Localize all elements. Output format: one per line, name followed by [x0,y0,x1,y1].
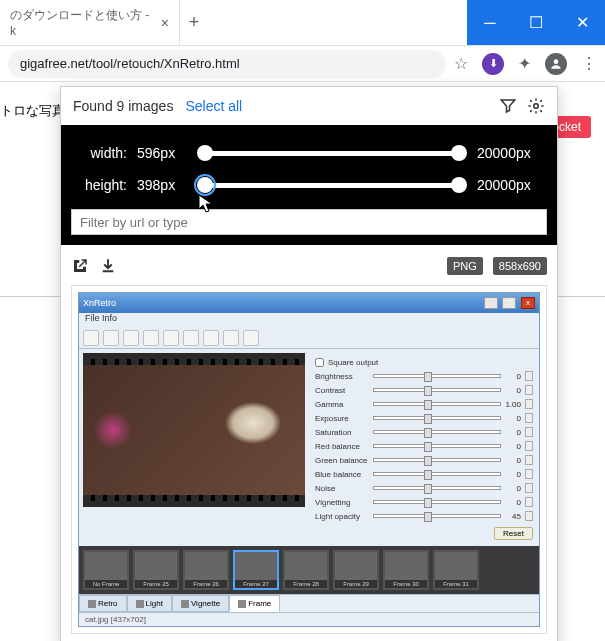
funnel-icon[interactable] [499,97,517,115]
image-downloader-popup: Found 9 images Select all width: 596px 2… [60,86,558,641]
minimize-button[interactable]: ─ [467,0,513,45]
tab-label: Vignette [191,599,220,608]
open-icon[interactable] [71,257,89,275]
menu-icon[interactable]: ⋮ [581,54,597,73]
new-tab-button[interactable]: + [180,0,208,45]
tab-title: のダウンロードと使い方 - k [10,7,153,38]
browser-titlebar: のダウンロードと使い方 - k × + ─ ☐ ✕ [0,0,605,46]
frame-label: Frame 25 [135,580,177,588]
width-filter-row: width: 596px 20000px [71,137,547,169]
property-label: Exposure [315,414,369,423]
stepper-icon [525,497,533,507]
property-slider [373,374,501,378]
filter-panel: width: 596px 20000px height: 398px 20000… [61,125,557,245]
tool-icon [143,330,159,346]
frame-thumbnail: Frame 27 [233,550,279,590]
frame-label: Frame 27 [235,580,277,588]
property-value: 0 [505,386,521,395]
frame-label: Frame 28 [285,580,327,588]
profile-icon[interactable] [545,53,567,75]
puzzle-icon[interactable]: ✦ [518,54,531,73]
property-row: Exposure0 [315,411,533,425]
property-row: Light opacity45 [315,509,533,523]
height-label: height: [71,177,127,193]
xnretro-tab: Light [127,595,172,612]
browser-tab[interactable]: のダウンロードと使い方 - k × [0,0,180,45]
xnretro-tab: Frame [229,595,280,612]
tool-icon [223,330,239,346]
property-row: Contrast0 [315,383,533,397]
download-icon[interactable] [99,257,117,275]
height-slider[interactable] [197,175,467,195]
property-row: Noise0 [315,481,533,495]
frame-label: No Frame [85,580,127,588]
extension-icon[interactable]: ⬇ [482,53,504,75]
gear-icon[interactable] [527,97,545,115]
stepper-icon [525,511,533,521]
close-icon[interactable]: × [161,15,169,31]
tab-icon [88,600,96,608]
frame-thumbnail: Frame 28 [283,550,329,590]
xnretro-title: XnRetro [83,298,116,308]
stepper-icon [525,441,533,451]
tab-icon [136,600,144,608]
property-label: Contrast [315,386,369,395]
property-value: 0 [505,414,521,423]
xnretro-tabs: RetroLightVignetteFrame [79,594,539,612]
stepper-icon [525,371,533,381]
tab-icon [238,600,246,608]
url-input[interactable]: gigafree.net/tool/retouch/XnRetro.html [8,50,446,78]
xnretro-toolbar [79,327,539,349]
property-row: Green balance0 [315,453,533,467]
window-controls: ─ ☐ ✕ [467,0,605,45]
stepper-icon [525,399,533,409]
property-row: Vignetting0 [315,495,533,509]
property-row: Gamma1.00 [315,397,533,411]
image-thumbnail[interactable]: XnRetro - □ x File Info [71,285,547,634]
stepper-icon [525,469,533,479]
property-label: Noise [315,484,369,493]
url-filter [71,209,547,235]
property-slider [373,500,501,504]
size-badge: 858x690 [493,257,547,275]
frame-label: Frame 26 [185,580,227,588]
property-slider [373,444,501,448]
xnretro-tab: Retro [79,595,127,612]
preview-image [83,365,305,495]
xnretro-menubar: File Info [79,313,539,327]
tool-icon [103,330,119,346]
width-label: width: [71,145,127,161]
reset-button: Reset [494,527,533,540]
maximize-button[interactable]: ☐ [513,0,559,45]
property-value: 0 [505,498,521,507]
property-row: Blue balance0 [315,467,533,481]
height-filter-row: height: 398px 20000px [71,169,547,201]
svg-point-1 [534,104,539,109]
width-slider[interactable] [197,143,467,163]
star-icon[interactable]: ☆ [454,54,468,73]
property-slider [373,388,501,392]
close-window-button[interactable]: ✕ [559,0,605,45]
property-value: 1.00 [505,400,521,409]
property-slider [373,514,501,518]
select-all-link[interactable]: Select all [185,98,242,114]
property-value: 0 [505,470,521,479]
result-toolbar: PNG 858x690 [71,257,547,275]
property-slider [373,430,501,434]
property-row: Square output [315,355,533,369]
width-max-value: 20000px [477,145,547,161]
xnretro-titlebar: XnRetro - □ x [79,293,539,313]
square-output-checkbox [315,358,324,367]
url-filter-input[interactable] [71,209,547,235]
property-label: Blue balance [315,470,369,479]
xnretro-properties: Square outputBrightness0Contrast0Gamma1.… [309,349,539,546]
xnretro-frame-strip: No FrameFrame 25Frame 26Frame 27Frame 28… [79,546,539,594]
tab-label: Frame [248,599,271,608]
address-bar: gigafree.net/tool/retouch/XnRetro.html ☆… [0,46,605,82]
tool-icon [83,330,99,346]
svg-point-0 [554,59,559,64]
property-value: 0 [505,442,521,451]
property-label: Green balance [315,456,369,465]
found-count: Found 9 images [73,98,173,114]
tool-icon [163,330,179,346]
